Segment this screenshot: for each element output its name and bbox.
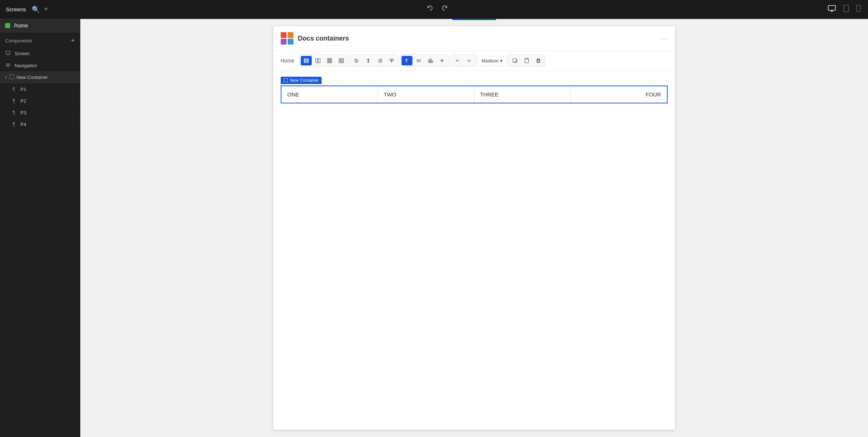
cell-two: TWO <box>378 86 474 103</box>
app-logo-area: Docs containers <box>281 32 349 45</box>
svg-point-8 <box>7 64 9 66</box>
sidebar-item-p4[interactable]: ¶ P4 ··· <box>0 118 80 130</box>
main-layout: /home Components + Screen Navigation ▾ <box>0 19 868 437</box>
top-bar: Screens 🔍 + <box>0 0 868 19</box>
chevron-down-icon: ▾ <box>5 75 7 79</box>
chevron-down-icon: ▾ <box>500 58 503 64</box>
device-switcher <box>826 3 862 15</box>
app-logo <box>281 32 293 45</box>
components-header: Components + <box>0 33 80 48</box>
collapse-btn[interactable] <box>452 56 463 65</box>
home-item[interactable]: /home <box>0 19 80 32</box>
tablet-icon[interactable] <box>842 3 850 15</box>
distribute-btn[interactable] <box>386 56 397 65</box>
sidebar-item-screen[interactable]: Screen <box>0 48 80 60</box>
align-center-btn[interactable] <box>363 56 374 65</box>
svg-rect-15 <box>318 58 320 63</box>
copy-btn[interactable] <box>510 56 521 65</box>
container-label-badge: New Container <box>281 77 322 84</box>
paste-btn[interactable] <box>521 56 532 65</box>
size-dropdown[interactable]: Medium ▾ <box>477 56 506 66</box>
sidebar-item-p1[interactable]: ¶ P1 ··· <box>0 83 80 95</box>
sidebar-item-p3[interactable]: ¶ P3 ··· <box>0 107 80 118</box>
svg-rect-14 <box>316 58 318 63</box>
toolbar-layout-group <box>299 54 348 67</box>
plus-layout-btn[interactable] <box>437 56 448 65</box>
svg-rect-18 <box>331 58 332 63</box>
new-container-label: New Container <box>16 75 68 80</box>
add-screen-icon[interactable]: + <box>44 5 48 13</box>
toolbar-text-group: T <box>400 54 449 67</box>
svg-rect-52 <box>537 60 540 62</box>
app-menu-icon[interactable]: ⋯ <box>660 34 668 43</box>
svg-rect-41 <box>429 60 430 62</box>
svg-rect-43 <box>431 61 433 62</box>
svg-rect-48 <box>525 58 529 63</box>
text-style-btn[interactable]: T <box>402 56 412 65</box>
p2-label: P2 <box>20 98 66 104</box>
p4-dots[interactable]: ··· <box>70 122 75 127</box>
progress-bar <box>452 19 496 20</box>
search-icon[interactable]: 🔍 <box>32 5 40 14</box>
badge-label: New Container <box>290 78 319 83</box>
top-bar-icons: 🔍 + <box>32 5 48 14</box>
cell-one: ONE <box>281 86 378 103</box>
svg-rect-47 <box>513 58 516 62</box>
sidebar-item-navigation[interactable]: Navigation <box>0 60 80 71</box>
canvas-frame: Docs containers ⋯ Home <box>273 26 675 430</box>
svg-point-7 <box>6 64 10 66</box>
p2-dots[interactable]: ··· <box>70 98 75 103</box>
logo-red <box>281 32 287 38</box>
bar-chart-btn[interactable] <box>425 56 436 65</box>
p1-label: P1 <box>20 87 66 92</box>
breadcrumb: Home <box>281 58 294 64</box>
p4-icon: ¶ <box>11 121 17 127</box>
sidebar-item-new-container[interactable]: ▾ New Container ··· <box>0 71 80 83</box>
svg-rect-53 <box>284 79 288 82</box>
svg-rect-16 <box>327 58 329 63</box>
cell-three: THREE <box>474 86 571 103</box>
new-container-dots[interactable]: ··· <box>70 75 75 80</box>
p3-icon: ¶ <box>11 110 17 115</box>
home-label: /home <box>14 23 28 28</box>
logo-purple <box>281 39 287 45</box>
container-icon <box>9 74 14 80</box>
columns-btn[interactable] <box>413 56 424 65</box>
size-dropdown-label: Medium <box>481 58 498 64</box>
canvas-wrapper: Docs containers ⋯ Home <box>80 19 868 437</box>
logo-blue <box>288 39 293 45</box>
svg-rect-0 <box>828 5 836 10</box>
cell-four: FOUR <box>571 86 667 103</box>
toolbar-strip: Home <box>273 51 675 71</box>
undo-button[interactable] <box>425 3 435 15</box>
app-title: Docs containers <box>298 35 349 42</box>
app-header: Docs containers ⋯ <box>273 26 675 51</box>
screens-title: Screens <box>6 6 26 12</box>
desktop-icon[interactable] <box>826 4 837 15</box>
redo-button[interactable] <box>439 3 450 15</box>
components-title: Components <box>5 38 32 43</box>
svg-rect-5 <box>6 51 10 54</box>
grid-2col-btn[interactable] <box>312 56 323 65</box>
home-dot <box>5 23 10 28</box>
delete-btn[interactable] <box>533 56 544 65</box>
p3-label: P3 <box>20 110 66 115</box>
p1-dots[interactable]: ··· <box>70 87 75 92</box>
p2-icon: ¶ <box>11 98 17 104</box>
mobile-icon[interactable] <box>855 3 862 15</box>
align-left-btn[interactable] <box>351 56 362 65</box>
add-component-button[interactable]: + <box>71 37 75 45</box>
svg-rect-4 <box>857 5 860 12</box>
logo-orange <box>288 32 293 38</box>
sidebar-item-p2[interactable]: ¶ P2 ··· <box>0 95 80 107</box>
table-btn[interactable] <box>336 56 347 65</box>
align-right-btn[interactable] <box>375 56 385 65</box>
canvas-content: New Container ONE TWO THREE FOUR <box>273 71 675 114</box>
toolbar-action-group <box>508 54 545 67</box>
col-layout-btn[interactable] <box>324 56 335 65</box>
navigation-label: Navigation <box>15 63 75 68</box>
expand-btn[interactable] <box>464 56 475 65</box>
toolbar-align-group <box>350 54 399 67</box>
p3-dots[interactable]: ··· <box>70 110 75 115</box>
grid-1col-btn[interactable] <box>301 56 312 65</box>
